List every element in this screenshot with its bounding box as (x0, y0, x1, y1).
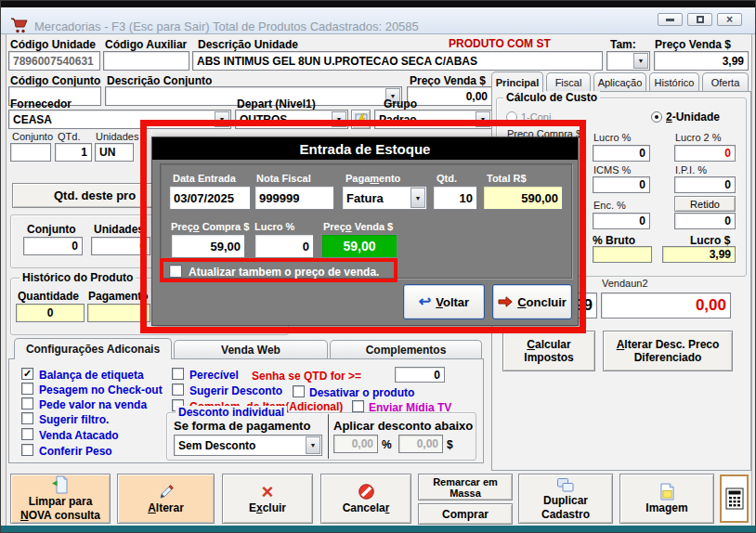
checkbox-balanca-etiqueta-label[interactable]: Balança de etiqueta (39, 369, 144, 382)
restore-button[interactable] (687, 13, 712, 26)
cart-icon (10, 18, 29, 33)
qtd-field[interactable]: 1 (55, 143, 92, 162)
dropdown-arrow-icon[interactable]: ▼ (215, 111, 229, 127)
pencil-icon (158, 484, 175, 500)
lucro2-field[interactable]: 0 (674, 145, 736, 162)
conjunto-field[interactable] (10, 143, 51, 162)
modal-qtd-field[interactable]: 10 (433, 186, 477, 210)
voltar-button[interactable]: ↩ Voltar (403, 284, 485, 319)
senha-qtd-field[interactable]: 0 (395, 367, 445, 383)
checkbox-conferir-peso[interactable] (21, 444, 33, 456)
close-button[interactable]: × (717, 13, 742, 26)
checkbox-pede-valor[interactable] (21, 397, 33, 410)
checkbox-sugerir-filtro-label[interactable]: Sugerir filtro. (39, 413, 109, 426)
checkbox-pesagem-checkout[interactable] (21, 383, 33, 395)
se-forma-pagamento-dropdown[interactable]: Sem Desconto▼ (174, 435, 322, 456)
tam-dropdown[interactable]: ▼ (606, 51, 650, 71)
codigo-auxiliar-field[interactable] (103, 51, 189, 71)
calcular-impostos-button[interactable]: Calcular Impostos (502, 331, 595, 371)
vendaun2-field[interactable]: 0,00 (601, 292, 731, 318)
duplicar-cadastro-button[interactable]: DuplicarCadastro (518, 474, 613, 524)
checkbox-perecivel-label[interactable]: Perecível (189, 369, 239, 382)
fornecedor-dropdown[interactable]: CEASA▼ (8, 110, 231, 129)
checkbox-conferir-peso-label[interactable]: Conferir Peso (39, 445, 112, 458)
dropdown-arrow-icon[interactable]: ▼ (476, 111, 490, 127)
atualizar-preco-checkbox-label[interactable]: Atualizar tambem o preço de venda. (189, 266, 379, 279)
retido-button[interactable]: Retido (674, 196, 736, 212)
depart-dropdown[interactable]: OUTROS▼ (235, 110, 348, 129)
checkbox-sugerir-filtro[interactable] (21, 412, 33, 424)
window-top-edge (1, 1, 756, 7)
window-title-bar[interactable]: Mercadorias - F3 (Esc para Sair) Total d… (1, 7, 755, 34)
codigo-unidade-field[interactable]: 7896007540631 (8, 51, 100, 71)
checkbox-venda-atacado[interactable] (21, 428, 33, 440)
dropdown-arrow-icon[interactable]: ▼ (411, 188, 425, 208)
tab-venda-web[interactable]: Venda Web (174, 340, 328, 359)
codigo-conjunto-label: Código Conjunto (10, 74, 100, 87)
checkbox-enviar-midia-tv[interactable] (352, 400, 364, 412)
comprar-button[interactable]: Comprar (418, 503, 513, 525)
dropdown-arrow-icon[interactable]: ▼ (306, 436, 320, 454)
data-entrada-field[interactable]: 03/07/2025 (169, 186, 251, 210)
tab-oferta[interactable]: Oferta (702, 72, 749, 92)
modal-preco-venda-field[interactable]: 59,00 (321, 234, 398, 258)
estoque-unidades-field[interactable]: 0 (91, 237, 150, 255)
descricao-unidade-label: Descrição Unidade (198, 38, 298, 51)
nota-fiscal-field[interactable]: 999999 (254, 186, 334, 210)
checkbox-venda-atacado-label[interactable]: Venda Atacado (39, 429, 119, 442)
ipi-field[interactable]: 0 (674, 176, 736, 193)
tab-principal[interactable]: Principal (491, 72, 543, 92)
grupo-dropdown[interactable]: Padrao▼ (374, 110, 492, 129)
concluir-button[interactable]: Concluir (492, 284, 572, 319)
modal-lucro-field[interactable]: 0 (254, 234, 314, 258)
preco-venda-conjunto-field[interactable]: 0,00 (407, 86, 492, 106)
radio-2-unidade[interactable] (651, 111, 662, 123)
aplicar-desconto-label: Aplicar desconto abaixo (333, 419, 473, 433)
checkbox-pede-valor-label[interactable]: Pede valor na venda (39, 398, 147, 411)
checkbox-desativar-produto-label[interactable]: Desativar o produto (309, 386, 414, 399)
checkbox-pesagem-checkout-label[interactable]: Pesagem no Check-out (39, 384, 163, 396)
cancelar-button[interactable]: Cancelar (320, 474, 411, 524)
checkbox-perecivel[interactable] (172, 368, 184, 380)
radio-2-unidade-label[interactable]: 2-Unidade (666, 110, 720, 124)
excluir-button[interactable]: × Excluir (222, 474, 313, 524)
preco-venda-field[interactable]: 3,99 (654, 51, 749, 71)
descricao-unidade-field[interactable]: ABS INTIMUS GEL 8UN U.PROTECAO SECA C/AB… (192, 51, 603, 71)
depart-edit-button[interactable] (351, 110, 371, 129)
pagamento-dropdown[interactable]: Fatura▼ (342, 186, 427, 210)
checkbox-sugerir-desconto[interactable] (172, 384, 184, 396)
retido-field[interactable]: 0 (674, 213, 736, 229)
tab-historico[interactable]: Histórico (649, 72, 699, 92)
tab-configuracoes-adiconais[interactable]: Configurações Adiconais (14, 338, 172, 359)
dropdown-arrow-icon[interactable]: ▼ (633, 53, 648, 69)
mercadorias-window: Mercadorias - F3 (Esc para Sair) Total d… (0, 0, 756, 533)
icms-field[interactable]: 0 (593, 176, 650, 193)
unidades-field[interactable]: UN (95, 143, 134, 162)
modal-qtd-label: Qtd. (437, 173, 457, 184)
checkbox-balanca-etiqueta[interactable]: ✓ (21, 368, 33, 380)
alterar-button[interactable]: Alterar (117, 474, 215, 524)
tab-complementos[interactable]: Complementos (330, 340, 482, 359)
imagem-button[interactable]: Imagem (619, 474, 714, 524)
atualizar-preco-checkbox[interactable] (169, 265, 182, 278)
tab-fiscal[interactable]: Fiscal (546, 72, 591, 92)
minimize-button[interactable] (658, 13, 683, 26)
tab-aplicacao[interactable]: Aplicação (593, 72, 646, 92)
limpar-nova-consulta-button[interactable]: Limpar para NOVA consulta (10, 474, 111, 524)
lucro-field[interactable]: 0 (593, 145, 650, 162)
grupo-label: Grupo (384, 98, 417, 110)
tam-label: Tam: (610, 38, 636, 51)
alterar-desc-preco-button[interactable]: Alterar Desc. Preco Diferenciado (603, 331, 733, 371)
unidades-label: Unidades (96, 131, 138, 142)
enc-field[interactable]: 0 (593, 213, 650, 229)
calculadora-button[interactable] (720, 474, 749, 523)
checkbox-sugerir-desconto-label[interactable]: Sugerir Desconto (189, 384, 282, 397)
aplicar-val-field: 0,00 (398, 435, 443, 453)
calculo-de-custo-title: Cálculo de Custo (503, 91, 600, 104)
preco-compra-field[interactable]: 59,00 (171, 234, 245, 258)
estoque-conjunto-field[interactable]: 0 (23, 237, 83, 255)
remarcar-em-massa-button[interactable]: Remarcar emMassa (418, 474, 513, 500)
total-field: 590,00 (483, 186, 563, 210)
checkbox-desativar-produto[interactable] (293, 385, 305, 397)
dropdown-arrow-icon[interactable]: ▼ (332, 111, 346, 127)
